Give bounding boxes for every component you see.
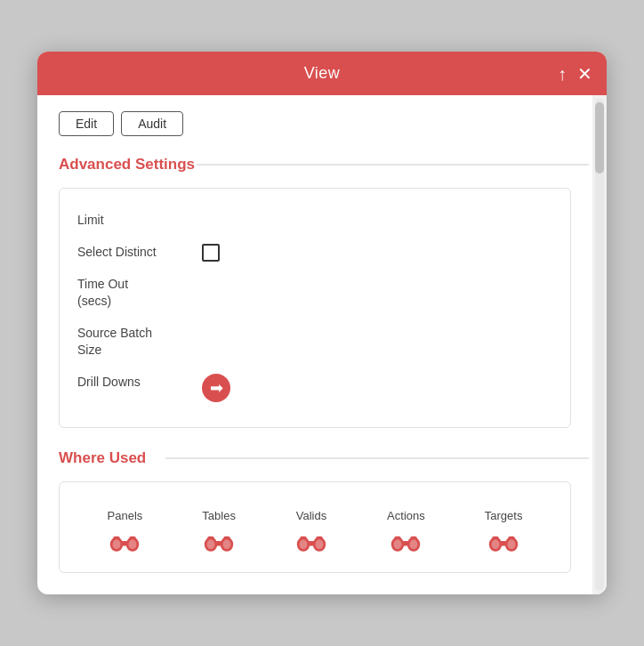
title-bar: View ↑ ✕: [37, 52, 607, 95]
main-scroll-area: Edit Audit Advanced Settings Limit Sele: [37, 95, 592, 594]
tables-label: Tables: [202, 509, 236, 522]
source-batch-size-label: Source BatchSize: [77, 325, 202, 359]
svg-point-19: [300, 539, 308, 549]
advanced-settings-box: Limit Select Distinct Time Out(secs): [59, 188, 571, 428]
advanced-settings-title-container: Advanced Settings: [59, 156, 571, 174]
scrollbar-thumb[interactable]: [595, 102, 604, 174]
drill-downs-value: ➡: [202, 374, 552, 402]
window-title: View: [304, 64, 341, 83]
scrollbar[interactable]: [592, 95, 607, 594]
panels-icon[interactable]: [109, 529, 141, 554]
svg-point-5: [113, 539, 121, 549]
svg-rect-23: [403, 541, 409, 545]
valids-label: Valids: [296, 509, 326, 522]
where-used-section: Where Used Panels: [59, 449, 571, 573]
svg-point-20: [316, 539, 324, 549]
where-used-panels: Panels: [108, 509, 143, 554]
svg-point-13: [223, 539, 231, 549]
where-used-title-container: Where Used: [59, 449, 571, 467]
where-used-actions: Actions: [387, 509, 425, 554]
svg-rect-16: [308, 541, 314, 545]
title-bar-actions: ↑ ✕: [558, 65, 592, 83]
field-row-source-batch-size: Source BatchSize: [77, 318, 552, 367]
targets-icon[interactable]: [487, 529, 519, 554]
svg-point-33: [492, 539, 500, 549]
drill-downs-arrow-button[interactable]: ➡: [202, 374, 230, 402]
where-used-title: Where Used: [59, 449, 571, 467]
svg-point-12: [207, 539, 215, 549]
svg-point-34: [508, 539, 516, 549]
tables-icon[interactable]: [203, 529, 235, 554]
where-used-targets: Targets: [485, 509, 523, 554]
select-distinct-label: Select Distinct: [77, 244, 202, 262]
main-window: View ↑ ✕ Edit Audit Advanced Settings: [37, 52, 607, 594]
limit-label: Limit: [77, 212, 202, 230]
scrollbar-track: [595, 99, 604, 591]
where-used-tables: Tables: [202, 509, 236, 554]
svg-rect-9: [216, 541, 222, 545]
arrow-right-icon: ➡: [210, 380, 223, 396]
where-used-box: Panels: [59, 481, 571, 573]
svg-rect-2: [122, 541, 128, 545]
tab-bar: Edit Audit: [59, 111, 571, 136]
targets-label: Targets: [485, 509, 523, 522]
field-row-timeout: Time Out(secs): [77, 269, 552, 318]
panels-label: Panels: [108, 509, 143, 522]
where-used-valids: Valids: [295, 509, 327, 554]
svg-rect-30: [501, 541, 507, 545]
tab-edit[interactable]: Edit: [59, 111, 114, 136]
advanced-settings-section: Advanced Settings Limit Select Distinct: [59, 156, 571, 428]
svg-point-26: [394, 539, 402, 549]
svg-point-27: [410, 539, 418, 549]
svg-point-6: [129, 539, 137, 549]
field-row-drill-downs: Drill Downs ➡: [77, 367, 552, 409]
field-row-limit: Limit: [77, 205, 552, 237]
timeout-label: Time Out(secs): [77, 276, 202, 311]
select-distinct-value: [202, 244, 552, 262]
actions-label: Actions: [387, 509, 425, 522]
content-area: Edit Audit Advanced Settings Limit Sele: [37, 95, 607, 594]
actions-icon[interactable]: [390, 529, 422, 554]
drill-downs-label: Drill Downs: [77, 374, 202, 392]
advanced-settings-title: Advanced Settings: [59, 156, 571, 174]
tab-audit[interactable]: Audit: [121, 111, 183, 136]
field-row-select-distinct: Select Distinct: [77, 237, 552, 269]
valids-icon[interactable]: [295, 529, 327, 554]
close-button[interactable]: ✕: [577, 65, 592, 83]
where-used-grid: Panels: [77, 509, 552, 554]
select-distinct-checkbox[interactable]: [202, 244, 220, 262]
upload-button[interactable]: ↑: [558, 65, 567, 83]
